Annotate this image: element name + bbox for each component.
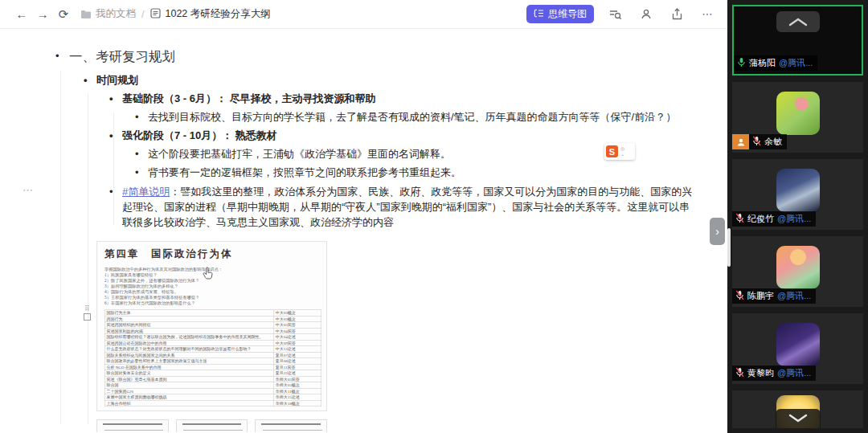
collapse-panel-button[interactable] [776,11,820,32]
participant-name-tag: 陈鹏宇@腾讯... [732,288,816,304]
mindmap-button[interactable]: 思维导图 [526,5,594,23]
participant-tile[interactable] [732,390,863,428]
exam-source-cell: 复旦11简答 [273,364,321,370]
exam-table-row: 国际组织有哪些特征？请以联合国为例，论述国际组织在国际事务中的作用及其局限性。中… [104,334,321,341]
name-tag-body: 黄黎昀@腾讯... [732,366,816,381]
outline-item[interactable]: •背书要有一定的逻辑框架，按照章节之间的联系把参考书重组起来。 [0,165,727,180]
block-menu-handle[interactable]: ⋯ [23,182,34,198]
participant-tile[interactable]: 陈鹏宇@腾讯... [732,236,863,307]
outline-text: 去找到目标院校、目标方向的学长学籍，去了解是否有现成的资料/笔记、历年真题的命题… [148,111,676,123]
sogou-input-widget[interactable]: S ◎⌄ [604,143,635,160]
mic-muted-icon [735,367,744,379]
chapter-title: 第四章 国际政治行为体 [104,247,321,260]
participant-tile[interactable]: 纪俊竹@腾讯... [732,159,863,230]
exam-table-row: 简述国家利益的内涵中大04简答 [104,328,321,334]
image-drag-handle-icon[interactable]: ⠿ [84,305,91,321]
catalog-search-icon[interactable] [607,6,624,23]
toc-page-thumbnail [255,419,327,432]
hash-tag-link[interactable]: #简单说明 [122,186,170,198]
avatar [776,92,820,135]
exam-source-cell: 华师大03简答 [273,376,321,382]
exam-question-cell: 国际行为主体 [104,310,273,317]
mindmap-button-label: 思维导图 [548,7,587,21]
embedded-book-page-image[interactable]: 第四章 国际政治行为体 掌握国际政治中的多种行为体及其对国际政治的影响等知识点：… [96,241,327,411]
exam-source-cell: 华师大15论述 [273,394,321,401]
outline-item[interactable]: •基础阶段（3 - 6月）： 尽早择校，主动寻找资源和帮助 [0,92,727,106]
outline-text: ：譬如我这里的整理，政治体系分为国家、民族、政府、政党等等，国家又可以分为国家的… [122,186,692,228]
embedded-toc-image[interactable] [96,419,327,432]
meeting-video-panel: 蒲杨阳@腾讯...余敏纪俊竹@腾讯...陈鹏宇@腾讯...黄黎昀@腾讯... [727,0,868,433]
outline-text: 背书要有一定的逻辑框架，按照章节之间的联系把参考书重组起来。 [148,166,461,178]
refresh-button[interactable]: ⟳ [53,4,74,25]
book-intro-line: 掌握国际政治中的多种行为体及其对国际政治的影响等知识点： [104,267,321,272]
exam-source-cell: 复旦08论述 [273,358,321,365]
outline-item[interactable]: •时间规划 [0,73,727,88]
participant-tile[interactable]: 余敏 [732,82,863,153]
outline-text: 一、考研复习规划 [69,49,175,63]
exam-table-row: 国际关系组织化与民族国家之间的关系复旦07论述 [104,352,321,358]
participant-name-tag: 余敏 [732,134,787,149]
exam-source-cell: 中大09简答 [273,340,321,346]
exam-question-cell: 二十国集团G20 [104,388,273,394]
outline-item[interactable]: •去找到目标院校、目标方向的学长学籍，去了解是否有现成的资料/笔记、历年真题的命… [0,110,727,125]
participant-name-tag: 蒲杨阳@腾讯... [734,55,817,71]
bullet-icon: • [55,47,59,65]
outline-item[interactable]: •一、考研复习规划 [0,47,727,65]
document-body[interactable]: •一、考研复习规划•时间规划•基础阶段（3 - 6月）： 尽早择校，主动寻找资源… [0,29,727,432]
breadcrumb[interactable]: 我的文档 / [80,7,145,21]
exam-table-row: 国际行为主体中大03概念 [104,310,321,317]
exam-table-row: 上海合作组织华师大18概念 [104,400,321,406]
breadcrumb-folder-label[interactable]: 我的文档 [96,7,136,21]
participant-tiles: 蒲杨阳@腾讯...余敏纪俊竹@腾讯...陈鹏宇@腾讯...黄黎昀@腾讯... [732,5,863,428]
outline-item[interactable]: •⋯#简单说明：譬如我这里的整理，政治体系分为国家、民族、政府、政党等等，国家又… [0,184,727,230]
avatar [776,246,820,289]
more-options-button[interactable]: ⋯ [698,6,716,23]
participant-tile[interactable]: 黄黎昀@腾讯... [732,313,863,384]
exam-table-row: 联合国对集体安全的定义复旦22论述 [104,370,321,377]
book-question-line: 4）国际行为体的形成与发展、特征等。 [104,289,321,295]
exam-table-row: 简述跨国公司在国际政治中的作用中大09简答 [104,340,321,346]
forward-button[interactable]: → [32,4,53,25]
exam-source-cell: 华师大05概念 [273,382,321,389]
collaborators-icon[interactable] [637,6,655,23]
book-page-content: 第四章 国际政治行为体 掌握国际政治中的多种行为体及其对国际政治的影响等知识点：… [97,242,327,406]
bullet-icon: • [109,92,113,106]
exam-source-cell: 中大13论述 [273,346,321,353]
exam-source-cell: 华师大11概念 [273,388,321,394]
participant-name: 余敏 [764,136,782,148]
exam-source-cell: 中大04简答 [273,328,321,334]
exam-source-cell: 中大03概念 [273,310,321,317]
participant-org: @腾讯... [777,367,811,379]
toc-page-thumbnail [176,419,248,432]
outline-text: 基础阶段（3 - 6月）： 尽早择校，主动寻找资源和帮助 [122,92,376,104]
exam-question-cell: 什么是无政府状态？对无政府状态的不同理解对不同的国际政治学派有什么影响？ [104,346,273,353]
scroll-participants-down-button[interactable] [776,409,821,428]
exam-question-cell: 联合国对集体安全的定义 [104,370,273,377]
exam-question-cell: 发展中国家主权原则面临哪些挑战 [104,394,273,401]
avatar [776,323,820,366]
participant-tile[interactable]: 蒲杨阳@腾讯... [732,5,863,76]
exam-table-row: 联合国改革的必要性和世界上主要国家的政策立场与主张复旦08论述 [104,358,321,365]
exam-question-cell: 国际组织有哪些特征？请以联合国为例，论述国际组织在国际事务中的作用及其局限性。 [104,334,273,341]
exam-question-cell: 简述跨国组织的共同特征 [104,322,273,329]
exam-table-row: 二十国集团G20华师大11概念 [104,388,321,394]
participant-org: @腾讯... [777,290,811,302]
exam-table-row: 跨国行为中大03概念 [104,316,321,322]
exam-source-cell: 中大03简答 [273,322,321,329]
bullet-icon: • [109,129,113,143]
name-tag-body: 陈鹏宇@腾讯... [732,288,816,304]
exam-question-cell: 联合国改革的必要性和世界上主要国家的政策立场与主张 [104,358,273,365]
mic-muted-icon [735,213,744,225]
book-questions: 1）民族国家具有哪些特征？2）除了民族国家之外，还有哪些国际政治行为体？3）如何… [104,272,321,306]
share-icon[interactable] [668,6,686,23]
exam-table-row: 简述跨国组织的共同特征中大03简答 [104,322,321,329]
back-button[interactable]: ← [11,4,32,25]
panel-drag-handle[interactable] [727,228,731,267]
book-question-line: 2）除了民族国家之外，还有哪些国际政治行为体？ [104,278,321,284]
participant-org: @腾讯... [777,213,811,225]
panel-expand-tab[interactable]: › [710,218,725,245]
outline-item[interactable]: •强化阶段（7 - 10月）： 熟悉教材 [0,129,727,143]
name-tag-body: 蒲杨阳@腾讯... [734,55,817,71]
exam-question-cell: 分析 NGO 在国际关系中的作用 [104,364,273,370]
exam-source-cell: 复旦22论述 [273,370,321,377]
